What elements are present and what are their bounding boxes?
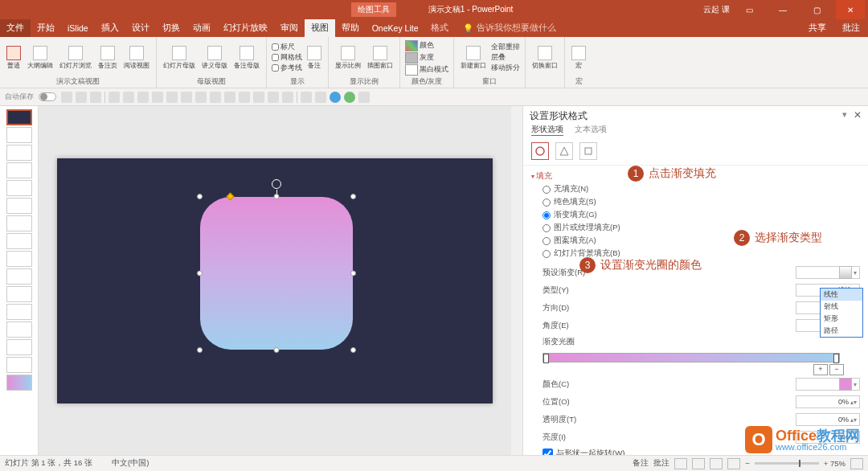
handout-master-button[interactable]: 讲义母版 <box>200 44 229 72</box>
menu-format[interactable]: 格式 <box>424 19 455 37</box>
rotate-handle[interactable] <box>272 179 281 189</box>
slide-thumbnail[interactable] <box>6 375 32 391</box>
qat-icon[interactable] <box>282 92 293 103</box>
qat-icon[interactable] <box>344 92 355 103</box>
slideshow-view-icon[interactable] <box>727 458 740 469</box>
menu-animations[interactable]: 动画 <box>186 19 217 37</box>
add-stop-button[interactable]: + <box>813 364 828 375</box>
menu-onekey[interactable]: OneKey Lite <box>366 19 425 37</box>
resize-handle[interactable] <box>197 270 203 276</box>
qat-icon[interactable] <box>166 92 178 103</box>
view-sorter-button[interactable]: 幻灯片浏览 <box>58 44 93 72</box>
fill-line-icon[interactable] <box>531 142 549 160</box>
slide-thumbnail[interactable] <box>6 180 32 196</box>
slide-thumbnail[interactable] <box>6 251 32 267</box>
vertical-scrollbar[interactable] <box>511 106 522 455</box>
menu-transitions[interactable]: 切换 <box>156 19 186 37</box>
text-options-tab[interactable]: 文本选项 <box>575 125 607 136</box>
fill-slide-bg-radio[interactable]: 幻灯片背景填充(B) <box>542 248 860 259</box>
fill-none-radio[interactable]: 无填充(N) <box>542 184 860 195</box>
menu-review[interactable]: 审阅 <box>274 19 305 37</box>
qat-icon[interactable] <box>210 92 221 103</box>
slide-thumbnail[interactable] <box>6 357 32 373</box>
close-pane-icon[interactable]: ✕ <box>854 109 862 121</box>
minimize-icon[interactable]: — <box>768 0 797 19</box>
qat-icon[interactable] <box>224 92 235 103</box>
stop-transparency-input[interactable]: 0%▴▾ <box>796 413 860 426</box>
menu-home[interactable]: 开始 <box>31 19 61 37</box>
qat-icon[interactable] <box>301 92 312 103</box>
notes-master-button[interactable]: 备注母版 <box>232 44 261 72</box>
fill-picture-radio[interactable]: 图片或纹理填充(P) <box>542 223 860 233</box>
dropdown-option[interactable]: 线性 <box>821 289 862 301</box>
maximize-icon[interactable]: ▢ <box>802 0 831 19</box>
effects-icon[interactable] <box>555 142 573 160</box>
sorter-view-icon[interactable] <box>692 458 705 469</box>
qat-icon[interactable] <box>108 92 120 103</box>
normal-view-icon[interactable] <box>674 458 687 469</box>
menu-slideshow[interactable]: 幻灯片放映 <box>217 19 274 37</box>
language-label[interactable]: 中文(中国) <box>112 458 149 469</box>
qat-icon[interactable] <box>268 92 279 103</box>
dropdown-option[interactable]: 路径 <box>821 325 862 337</box>
notes-button[interactable]: 备注 <box>633 458 649 469</box>
zoom-level[interactable]: + 75% <box>824 459 845 468</box>
resize-handle[interactable] <box>274 347 280 353</box>
preset-gradient-dropdown[interactable]: ▾ <box>796 266 860 279</box>
fill-section-header[interactable]: 填充 <box>531 169 860 184</box>
qat-icon[interactable] <box>181 92 192 103</box>
zoom-out-icon[interactable]: − <box>745 459 750 468</box>
save-icon[interactable] <box>61 92 72 103</box>
view-notes-button[interactable]: 备注页 <box>96 44 119 72</box>
slide-thumbnail[interactable] <box>6 339 32 355</box>
stop-color-dropdown[interactable]: ▾ <box>796 378 860 391</box>
slide-thumbnail[interactable] <box>6 304 32 320</box>
remove-stop-button[interactable]: − <box>829 364 844 375</box>
resize-handle[interactable] <box>350 270 356 276</box>
macros-button[interactable]: 宏 <box>570 44 588 72</box>
fill-gradient-radio[interactable]: 渐变填充(G) <box>542 210 860 220</box>
switch-window-button[interactable]: 切换窗口 <box>530 44 559 72</box>
slide-thumbnail[interactable] <box>6 268 32 285</box>
gridlines-checkbox[interactable]: 网格线 <box>272 53 302 63</box>
menu-view[interactable]: 视图 <box>305 19 335 37</box>
view-outline-button[interactable]: 大纲编辑 <box>26 44 55 72</box>
zoom-button[interactable]: 显示比例 <box>334 44 362 72</box>
qat-icon[interactable] <box>152 92 163 103</box>
view-reading-button[interactable]: 阅读视图 <box>122 44 151 72</box>
menu-help[interactable]: 帮助 <box>335 19 366 37</box>
qat-icon[interactable] <box>358 92 370 103</box>
close-icon[interactable]: ✕ <box>836 0 865 19</box>
new-window-button[interactable]: 新建窗口 <box>459 44 488 72</box>
comments-button-status[interactable]: 批注 <box>653 458 669 469</box>
slide-thumbnail[interactable] <box>6 145 32 161</box>
dropdown-option[interactable]: 射线 <box>821 301 862 313</box>
menu-islide[interactable]: iSlide <box>61 19 95 37</box>
resize-handle[interactable] <box>274 194 280 199</box>
comments-button[interactable]: 批注 <box>834 19 868 37</box>
gradient-stop[interactable] <box>833 354 839 363</box>
share-button[interactable]: 共享 <box>800 19 834 37</box>
slide-thumbnail[interactable] <box>6 162 32 178</box>
reading-view-icon[interactable] <box>710 458 723 469</box>
ruler-checkbox[interactable]: 标尺 <box>272 43 302 52</box>
gradient-type-dropdown-list[interactable]: 线性 射线 矩形 路径 <box>820 288 863 338</box>
slide-master-button[interactable]: 幻灯片母版 <box>162 44 197 72</box>
autosave-toggle[interactable] <box>39 92 56 101</box>
resize-handle[interactable] <box>197 194 203 199</box>
pane-menu-icon[interactable]: ▾ <box>842 109 847 120</box>
qat-icon[interactable] <box>330 92 341 103</box>
gradient-stops-slider[interactable] <box>542 353 840 362</box>
menu-insert[interactable]: 插入 <box>95 19 125 37</box>
selected-shape[interactable] <box>200 197 353 350</box>
qat-icon[interactable] <box>253 92 264 103</box>
zoom-slider[interactable] <box>755 462 819 465</box>
stop-position-input[interactable]: 0%▴▾ <box>796 395 860 408</box>
fit-to-window-icon[interactable] <box>850 458 863 469</box>
dropdown-option[interactable]: 矩形 <box>821 313 862 325</box>
user-name[interactable]: 云起 课 <box>703 4 730 15</box>
slide-thumbnail[interactable] <box>6 127 32 143</box>
gradient-stop[interactable] <box>543 354 549 363</box>
menu-file[interactable]: 文件 <box>0 19 31 37</box>
size-props-icon[interactable] <box>579 142 597 160</box>
